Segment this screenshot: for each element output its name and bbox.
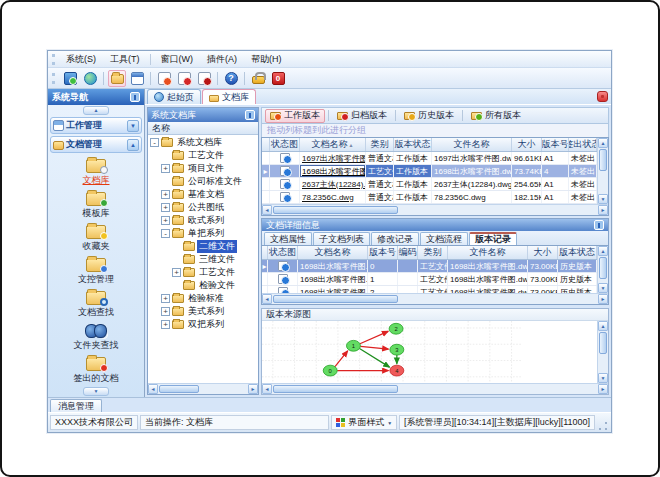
table-row[interactable]: ▸1698出水嘴零件图.dwg工艺文件工作版本1698出水嘴零件图.dwg73.… <box>262 165 597 178</box>
menu-item[interactable]: 窗口(W) <box>154 52 201 67</box>
tree-node[interactable]: +检验标准 <box>148 292 258 305</box>
expand-icon[interactable]: + <box>161 216 170 225</box>
tree-column-header[interactable]: 名称 <box>148 122 258 135</box>
column-header-文档名称[interactable]: 文档名称 <box>298 246 368 259</box>
sidebar-scroll-up[interactable]: ▲ <box>48 105 144 116</box>
graph-horizontal-scrollbar[interactable]: ◄► <box>262 383 608 394</box>
column-header-大小[interactable]: 大小 <box>512 138 542 151</box>
sidebar-item-文件夹查找[interactable]: 文件夹查找 <box>51 321 141 354</box>
graph-vertical-scrollbar[interactable]: ▲▼ <box>597 321 608 383</box>
pin-icon[interactable] <box>594 220 604 230</box>
close-icon[interactable] <box>597 91 608 102</box>
scroll-right-arrow[interactable]: ► <box>598 294 608 304</box>
menu-drag-handle[interactable] <box>52 54 55 65</box>
column-header-类别[interactable]: 类别 <box>366 138 394 151</box>
tree-node[interactable]: 二维文件 <box>148 240 258 253</box>
version-filter-历史版本[interactable]: 历史版本 <box>399 109 459 123</box>
tree-node[interactable]: +项目文件 <box>148 162 258 175</box>
scroll-right-arrow[interactable]: ► <box>598 384 608 394</box>
tree-node[interactable]: 三维文件 <box>148 253 258 266</box>
sidebar-group-documents[interactable]: 文档管理 ▲ <box>50 136 142 153</box>
toolbar-button[interactable] <box>155 70 173 87</box>
column-header-文件名称[interactable]: 文件名称 <box>448 246 528 259</box>
table-row[interactable]: 1697出水嘴零件图.dwg普通文档工作版本1697出水嘴零件图.dwg96.6… <box>262 152 597 165</box>
toolbar-button[interactable] <box>81 70 99 87</box>
toolbar-button[interactable] <box>175 70 193 87</box>
scrollbar-thumb[interactable] <box>273 206 398 214</box>
menu-item[interactable]: 帮助(H) <box>244 52 289 67</box>
column-header-编码[interactable]: 编码 <box>398 246 418 259</box>
scroll-left-arrow[interactable]: ◄ <box>262 205 272 215</box>
sidebar-group-work[interactable]: 工作管理 ▼ <box>50 117 142 134</box>
sidebar-item-模板库[interactable]: 模板库 <box>51 189 141 222</box>
ui-style-button[interactable]: 界面样式 ▼ <box>331 415 397 430</box>
table-row[interactable]: 2637主体(12284).dwg普通文档工作版本2637主体(12284).d… <box>262 178 597 191</box>
scrollbar-thumb[interactable] <box>273 385 398 393</box>
scrollbar-thumb[interactable] <box>599 332 607 354</box>
tab-message-management[interactable]: 消息管理 <box>50 399 102 412</box>
scroll-down-arrow[interactable]: ▼ <box>598 194 608 204</box>
detail-tab-文档流程[interactable]: 文档流程 <box>420 232 468 245</box>
tree-node[interactable]: +双把系列 <box>148 318 258 331</box>
chevron-down-icon[interactable]: ▼ <box>127 120 139 132</box>
scrollbar-thumb[interactable] <box>159 385 199 393</box>
expand-icon[interactable]: + <box>161 307 170 316</box>
detail-tab-文档属性[interactable]: 文档属性 <box>264 232 312 245</box>
horizontal-scrollbar[interactable]: ◄► <box>262 293 608 304</box>
expand-icon[interactable]: + <box>161 294 170 303</box>
column-header-版本号[interactable]: 版本号 <box>542 138 569 151</box>
tree-node[interactable]: -系统文档库 <box>148 136 258 149</box>
scrollbar-thumb[interactable] <box>599 149 607 171</box>
scroll-left-arrow[interactable]: ◄ <box>262 294 272 304</box>
tab-start-page[interactable]: 起始页 <box>147 89 201 104</box>
resize-grip[interactable] <box>597 420 609 432</box>
tree-horizontal-scrollbar[interactable]: ◄► <box>148 383 258 394</box>
expand-icon[interactable]: + <box>161 203 170 212</box>
sidebar-item-收藏夹[interactable]: 收藏夹 <box>51 222 141 255</box>
column-header-类别[interactable]: 类别 <box>418 246 448 259</box>
scroll-left-arrow[interactable]: ◄ <box>262 384 272 394</box>
table-row[interactable]: 78.2356C.dwg普通文档工作版本78.2356C.dwg182.15KB… <box>262 191 597 204</box>
tree-node[interactable]: 工艺文件 <box>148 149 258 162</box>
vertical-scrollbar[interactable]: ▲▼ <box>597 246 608 293</box>
version-filter-归档版本[interactable]: 归档版本 <box>332 109 392 123</box>
toolbar-drag-handle[interactable] <box>52 73 55 84</box>
expand-icon[interactable]: + <box>161 190 170 199</box>
menu-item[interactable]: 插件(A) <box>200 52 244 67</box>
expand-icon[interactable]: + <box>161 320 170 329</box>
pin-icon[interactable] <box>245 110 255 120</box>
sidebar-item-文档查找[interactable]: 文档查找 <box>51 288 141 321</box>
tree-node[interactable]: +基准文档 <box>148 188 258 201</box>
toolbar-button[interactable] <box>249 70 267 87</box>
sidebar-scroll-down[interactable]: ▼ <box>48 386 144 397</box>
sidebar-item-文档库[interactable]: 文档库 <box>51 156 141 189</box>
detail-tab-版本记录[interactable]: 版本记录 <box>469 232 517 245</box>
sidebar-item-文控管理[interactable]: 文控管理 <box>51 255 141 288</box>
toolbar-button[interactable] <box>195 70 213 87</box>
detail-tab-子文档列表[interactable]: 子文档列表 <box>313 232 370 245</box>
scroll-down-arrow[interactable]: ▼ <box>598 373 608 383</box>
version-node-3[interactable]: 3 <box>390 344 404 355</box>
scroll-right-arrow[interactable]: ► <box>248 384 258 394</box>
scroll-up-arrow[interactable]: ▲ <box>598 138 608 148</box>
collapse-icon[interactable]: - <box>150 138 159 147</box>
column-header-版本号[interactable]: 版本号 <box>368 246 398 259</box>
toolbar-button[interactable] <box>128 70 146 87</box>
column-header-大小[interactable]: 大小 <box>528 246 558 259</box>
toolbar-button[interactable] <box>61 70 79 87</box>
column-header-版本状态[interactable]: 版本状态 <box>394 138 432 151</box>
toolbar-button[interactable]: 0 <box>269 70 287 87</box>
scroll-left-arrow[interactable]: ◄ <box>148 384 158 394</box>
table-row[interactable]: 1698出水嘴零件图.dwg2工艺文件1698出水嘴零件图.dwg73.00KB… <box>262 286 597 293</box>
scrollbar-thumb[interactable] <box>273 295 398 303</box>
version-node-2[interactable]: 2 <box>389 323 403 334</box>
column-header-签出状态[interactable]: 签出状态 <box>569 138 597 151</box>
horizontal-scrollbar[interactable]: ◄► <box>262 204 608 215</box>
tree-node[interactable]: +公共图纸 <box>148 201 258 214</box>
tab-document-library[interactable]: 文档库 <box>202 89 256 104</box>
toolbar-button[interactable] <box>108 70 126 87</box>
version-filter-所有版本[interactable]: 所有版本 <box>466 109 526 123</box>
version-graph[interactable]: 01234 <box>262 321 597 383</box>
menu-item[interactable]: 工具(T) <box>103 52 147 67</box>
scroll-right-arrow[interactable]: ► <box>598 205 608 215</box>
